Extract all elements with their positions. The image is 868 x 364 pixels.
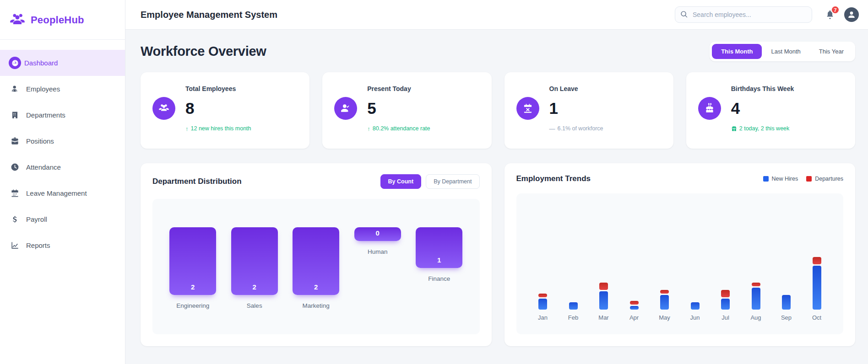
sidebar-item-positions[interactable]: Positions (0, 128, 125, 154)
new-hires-bar-segment (721, 299, 730, 310)
chart-line-icon (11, 241, 19, 250)
trend-bar-stack (538, 193, 547, 310)
search-box (675, 6, 812, 23)
trends-legend: New Hires Departures (763, 176, 844, 182)
trend-bar-group: Oct (808, 193, 826, 334)
sidebar-item-employees[interactable]: Employees (0, 76, 125, 102)
page-title: Workforce Overview (141, 44, 266, 59)
department-bar: 2 (231, 227, 278, 295)
brand-logo[interactable]: PeopleHub (0, 0, 125, 39)
stat-subtext: — 6.1% of workforce (549, 125, 662, 132)
briefcase-icon (11, 137, 19, 145)
stats-row: Total Employees 8 ↑ 12 new hires this mo… (141, 72, 855, 149)
legend-new-hires: New Hires (763, 176, 798, 182)
search-input[interactable] (675, 6, 812, 23)
user-check-icon (334, 97, 357, 120)
stat-label: Total Employees (185, 85, 298, 92)
user-icon (847, 10, 856, 19)
new-hires-bar-segment (660, 295, 669, 310)
by-count-button[interactable]: By Count (380, 174, 422, 189)
sidebar-item-dashboard[interactable]: Dashboard (0, 50, 125, 76)
stat-label: Present Today (367, 85, 480, 92)
new-hires-bar-segment (813, 266, 821, 310)
trend-bar-stack (660, 193, 669, 310)
department-distribution-title: Department Distribution (152, 177, 242, 186)
bar-value-label: 0 (376, 229, 380, 237)
sidebar-item-label: Attendance (26, 163, 61, 171)
app-root: PeopleHub Dashboard Employees Departmen (0, 0, 868, 364)
search-icon (680, 11, 688, 18)
month-label: Oct (812, 314, 821, 321)
top-bar-actions: 7 (675, 6, 859, 23)
trend-bar-stack (630, 193, 639, 310)
department-bar-group: 2Marketing (285, 227, 347, 334)
bar-category-label: Human (368, 248, 388, 255)
sidebar-item-reports[interactable]: Reports (0, 232, 125, 258)
stat-value: 4 (731, 99, 740, 118)
sidebar-item-label: Dashboard (24, 59, 58, 67)
sidebar-item-leave-management[interactable]: Leave Management (0, 180, 125, 206)
stat-card-on-leave: On Leave 1 — 6.1% of workforce (505, 72, 673, 149)
employment-trends-chart: JanFebMarAprMayJunJulAugSepOct (516, 193, 844, 334)
stat-subtext: 2 today, 2 this week (731, 125, 844, 132)
date-range-tabs: This Month Last Month This Year (710, 42, 855, 61)
users-icon (152, 97, 175, 120)
trend-bar-group: Sep (777, 193, 796, 334)
trend-bar-stack (569, 193, 578, 310)
month-label: Jul (722, 314, 729, 321)
sidebar-item-payroll[interactable]: Payroll (0, 206, 125, 232)
clock-icon (11, 163, 19, 171)
departures-bar-segment (660, 290, 669, 294)
stat-card-total-employees: Total Employees 8 ↑ 12 new hires this mo… (141, 72, 309, 149)
charts-row: Department Distribution By Count By Depa… (141, 163, 855, 346)
tab-this-year[interactable]: This Year (810, 44, 853, 59)
departures-bar-segment (538, 294, 547, 297)
notification-badge: 7 (831, 5, 840, 14)
sidebar-divider (0, 39, 125, 40)
trend-bar-group: May (656, 193, 674, 334)
sidebar-item-label: Positions (26, 137, 54, 145)
new-hires-swatch-icon (763, 176, 769, 182)
calendar-x-icon (516, 97, 539, 120)
department-distribution-chart: 2Engineering2Sales2Marketing0Human1Finan… (152, 199, 480, 334)
sidebar-item-label: Employees (26, 85, 60, 93)
month-label: Jan (538, 314, 548, 321)
trend-up-icon: ↑ (185, 126, 189, 132)
by-department-button[interactable]: By Department (426, 174, 479, 189)
sidebar-item-attendance[interactable]: Attendance (0, 154, 125, 180)
top-bar: Employee Management System 7 (125, 0, 868, 30)
bar-value-label: 2 (253, 283, 256, 291)
trend-bar-group: Jan (534, 193, 552, 334)
building-icon (11, 111, 19, 119)
notifications-button[interactable]: 7 (825, 10, 835, 20)
bar-value-label: 2 (191, 283, 195, 291)
sidebar-item-departments[interactable]: Departments (0, 102, 125, 128)
page-head: Workforce Overview This Month Last Month… (141, 42, 855, 61)
new-hires-bar-segment (569, 302, 578, 310)
department-bar-group: 0Human (347, 227, 409, 334)
people-logo-icon (9, 12, 26, 28)
dollar-icon (11, 215, 19, 224)
trend-bar-stack (813, 193, 821, 310)
tab-last-month[interactable]: Last Month (762, 44, 809, 59)
sidebar-nav: Dashboard Employees Departments Position… (0, 50, 125, 258)
department-bar: 0 (354, 227, 401, 241)
user-avatar[interactable] (844, 7, 859, 22)
trend-up-icon: ↑ (367, 126, 370, 132)
trend-bar-stack (752, 193, 760, 310)
month-label: Mar (598, 314, 608, 321)
bar-category-label: Finance (428, 275, 450, 282)
departures-bar-segment (752, 283, 760, 286)
department-distribution-card: Department Distribution By Count By Depa… (141, 163, 492, 346)
trend-bar-stack (782, 193, 791, 310)
trend-neutral-icon: — (549, 126, 555, 132)
tab-this-month[interactable]: This Month (712, 44, 762, 59)
trend-bar-group: Mar (595, 193, 613, 334)
calendar-icon (11, 189, 19, 198)
sidebar-item-label: Leave Management (26, 189, 87, 197)
new-hires-bar-segment (691, 302, 700, 310)
stat-value: 8 (185, 99, 194, 118)
new-hires-bar-segment (782, 295, 791, 310)
stat-value: 5 (367, 99, 376, 118)
stat-card-birthdays: Birthdays This Week 4 2 today, 2 this we… (686, 72, 855, 149)
